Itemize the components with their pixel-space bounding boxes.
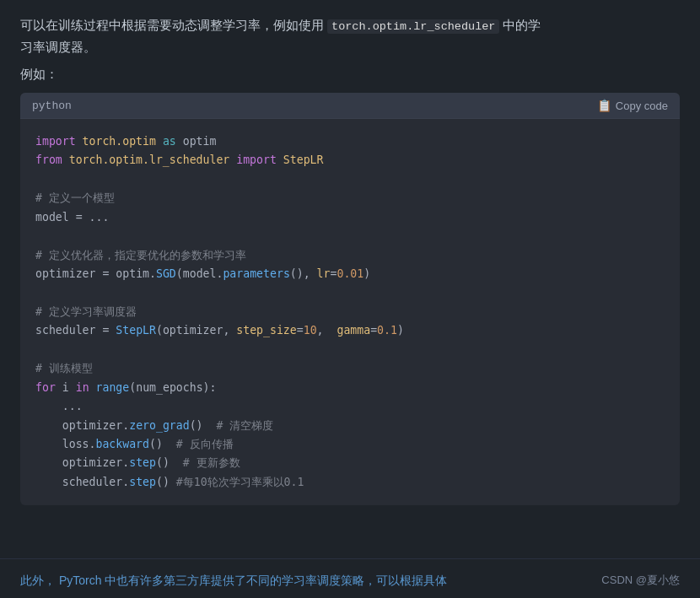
code-body: import torch.optim as optim from torch.o… [20,119,680,505]
copy-icon: 📋 [597,99,611,112]
intro-text: 可以在训练过程中根据需要动态调整学习率，例如使用 torch.optim.lr_… [20,15,680,58]
footer-text: 此外， PyTorch 中也有许多第三方库提供了不同的学习率调度策略，可以根据具… [20,571,447,590]
footer-author: CSDN @夏小悠 [601,573,680,588]
code-pre: import torch.optim as optim from torch.o… [35,132,665,492]
example-label: 例如： [20,67,680,83]
copy-code-label: Copy code [616,100,668,112]
code-lang-label: python [32,100,72,112]
copy-code-button[interactable]: 📋 Copy code [597,99,668,112]
code-block-header: python 📋 Copy code [20,93,680,119]
footer-bar: 此外， PyTorch 中也有许多第三方库提供了不同的学习率调度策略，可以根据具… [0,558,700,598]
inline-code: torch.optim.lr_scheduler [327,19,499,34]
intro-line2: 习率调度器。 [20,40,96,54]
page-container: 可以在训练过程中根据需要动态调整学习率，例如使用 torch.optim.lr_… [0,0,700,598]
code-block-wrapper: python 📋 Copy code import torch.optim as… [20,93,680,505]
intro-line1: 可以在训练过程中根据需要动态调整学习率，例如使用 [20,19,327,32]
